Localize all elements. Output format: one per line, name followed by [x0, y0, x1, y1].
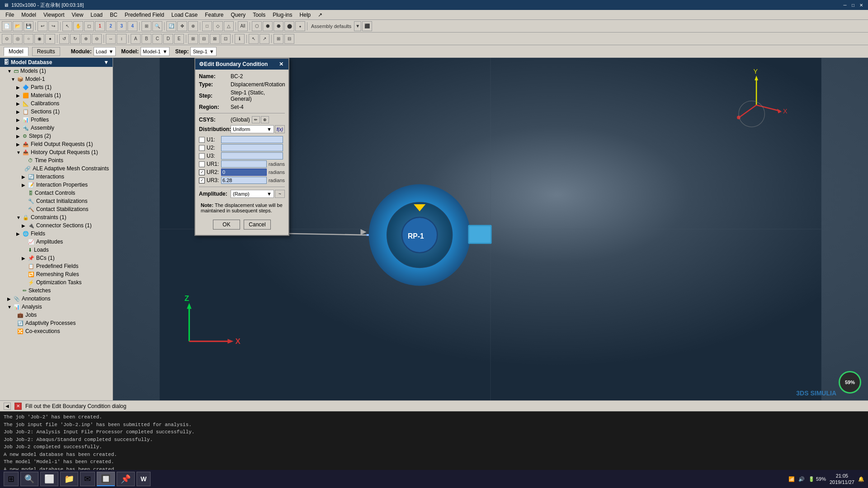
tb-select1[interactable]: ↖ — [62, 21, 72, 31]
tree-history-output[interactable]: ▼📥History Output Requests (1) — [0, 148, 113, 156]
ur1-input[interactable] — [221, 160, 267, 168]
tb-pan[interactable]: ✥ — [177, 21, 187, 31]
tb-extra1[interactable]: ⬡ — [252, 21, 262, 31]
tb2-6[interactable]: ↺ — [59, 34, 69, 44]
amplitude-select[interactable]: (Ramp) ▼ — [231, 190, 274, 198]
u1-checkbox[interactable] — [199, 137, 205, 143]
taskbar-pin1[interactable]: 📌 — [117, 472, 135, 486]
menu-bc[interactable]: BC — [106, 11, 121, 19]
tab-model[interactable]: Model — [4, 47, 28, 56]
tb-view2[interactable]: ◇ — [213, 21, 223, 31]
tree-sketches[interactable]: ✏Sketches — [0, 286, 113, 295]
tb-undo[interactable]: ↩ — [38, 21, 47, 31]
module-select[interactable]: Load ▼ — [94, 47, 116, 56]
tb-4[interactable]: 4 — [127, 21, 137, 31]
taskbar-mail[interactable]: ✉ — [80, 472, 95, 486]
tb2-3[interactable]: ○ — [24, 34, 33, 44]
tb2-grid-disp[interactable]: ⊞ — [274, 34, 283, 44]
tree-loads[interactable]: ⬇Loads — [0, 246, 113, 254]
panel-options[interactable]: ▼ — [104, 59, 109, 66]
tb2-cursor2[interactable]: ↗ — [259, 34, 269, 44]
tb2-d[interactable]: D — [163, 34, 173, 44]
amplitude-edit-btn[interactable]: ~ — [275, 190, 285, 198]
tb-3[interactable]: 3 — [117, 21, 127, 31]
u1-input[interactable] — [221, 136, 283, 143]
tb2-info[interactable]: ℹ — [235, 34, 245, 44]
menu-predefined-field[interactable]: Predefined Field — [121, 11, 168, 19]
tb2-a[interactable]: A — [131, 34, 141, 44]
tree-models[interactable]: ▼🗃Models (1) — [0, 67, 113, 75]
menu-load-case[interactable]: Load Case — [168, 11, 201, 19]
ur2-input[interactable] — [221, 169, 267, 176]
close-btn[interactable]: ✕ — [858, 2, 864, 8]
menu-view[interactable]: View — [68, 11, 87, 19]
tree-jobs[interactable]: 💼Jobs — [0, 311, 113, 319]
tree-contact-stab[interactable]: 🔨Contact Stabilizations — [0, 205, 113, 213]
menu-feature[interactable]: Feature — [201, 11, 227, 19]
tb2-c[interactable]: C — [152, 34, 162, 44]
maximize-btn[interactable]: □ — [850, 2, 856, 8]
tree-remeshing[interactable]: 🔁Remeshing Rules — [0, 270, 113, 278]
tree-contact-controls[interactable]: 🎛Contact Controls — [0, 189, 113, 197]
tree-interaction-props[interactable]: ▶📝Interaction Properties — [0, 181, 113, 189]
tree-coex[interactable]: 🔀Co-executions — [0, 327, 113, 335]
tb2-grid2[interactable]: ⊟ — [199, 34, 209, 44]
window-controls[interactable]: ─ □ ✕ — [842, 2, 864, 8]
log-area[interactable]: The job 'Job-2' has been created. The jo… — [0, 411, 868, 470]
tb-redo[interactable]: ↪ — [48, 21, 58, 31]
menu-viewport[interactable]: Viewport — [40, 11, 68, 19]
menu-tools[interactable]: Tools — [249, 11, 269, 19]
taskbar-start[interactable]: ⊞ — [4, 472, 19, 486]
tb-zoomin[interactable]: 🔍 — [152, 21, 162, 31]
tb2-grid4[interactable]: ⊡ — [221, 34, 231, 44]
u2-input[interactable] — [221, 144, 283, 151]
dialog-close-btn[interactable]: ✕ — [278, 61, 285, 68]
ur2-checkbox[interactable] — [199, 169, 205, 175]
minimize-btn[interactable]: ─ — [842, 2, 848, 8]
tree-ale[interactable]: 🔗ALE Adaptive Mesh Constraints — [0, 164, 113, 173]
menu-query[interactable]: Query — [227, 11, 249, 19]
tb2-arrows[interactable]: ↕ — [117, 34, 127, 44]
taskbar-taskview[interactable]: ⬜ — [40, 472, 58, 486]
tree-field-output[interactable]: ▶📤Field Output Requests (1) — [0, 140, 113, 148]
tree-constraints[interactable]: ▼🔒Constraints (1) — [0, 213, 113, 221]
tb-view1[interactable]: □ — [202, 21, 212, 31]
u2-checkbox[interactable] — [199, 145, 205, 151]
taskbar-word[interactable]: W — [137, 472, 151, 486]
tree-optimization[interactable]: ⚡Optimization Tasks — [0, 278, 113, 286]
tree-model1[interactable]: ▼📦Model-1 — [0, 75, 113, 83]
tree-analysis[interactable]: ▼📊Analysis — [0, 303, 113, 311]
tb-1[interactable]: 1 — [95, 21, 105, 31]
ur1-checkbox[interactable] — [199, 161, 205, 167]
tb2-1[interactable]: ⊙ — [2, 34, 12, 44]
menu-model[interactable]: Model — [18, 11, 40, 19]
tb-view-opts[interactable]: ⬛ — [362, 21, 372, 31]
tb2-grid3[interactable]: ⊠ — [210, 34, 220, 44]
menu-load[interactable]: Load — [87, 11, 106, 19]
menu-help[interactable]: Help — [296, 11, 315, 19]
tb2-b[interactable]: B — [142, 34, 151, 44]
tb-rotate[interactable]: 🔄 — [166, 21, 176, 31]
cancel-button[interactable]: Cancel — [244, 220, 271, 230]
tree-interactions[interactable]: ▶🔄Interactions — [0, 173, 113, 181]
tree-profiles[interactable]: ▶📊Profiles — [0, 116, 113, 124]
taskbar-search[interactable]: 🔍 — [20, 472, 38, 486]
status-stop-btn[interactable]: ✕ — [14, 403, 22, 410]
tb-select2[interactable]: ✋ — [73, 21, 83, 31]
tree-materials[interactable]: ▶🟧Materials (1) — [0, 91, 113, 99]
tb-view3[interactable]: △ — [224, 21, 234, 31]
tb-extra5[interactable]: ⬥ — [295, 21, 305, 31]
tree-fields[interactable]: ▶🌐Fields — [0, 230, 113, 238]
tb2-e[interactable]: E — [174, 34, 184, 44]
step-select[interactable]: Step-1 ▼ — [190, 47, 216, 56]
tb-save[interactable]: 💾 — [24, 21, 33, 31]
tb2-cursor1[interactable]: ↖ — [249, 34, 259, 44]
tree-calibrations[interactable]: ▶📐Calibrations — [0, 99, 113, 108]
taskbar-explorer[interactable]: 📁 — [60, 472, 78, 486]
tb-open[interactable]: 📂 — [13, 21, 23, 31]
tree-connector-sections[interactable]: ▶🔌Connector Sections (1) — [0, 221, 113, 230]
tree-assembly[interactable]: ▶🔩Assembly — [0, 124, 113, 132]
tb2-2[interactable]: ◎ — [13, 34, 23, 44]
tb-extra4[interactable]: ⬤ — [284, 21, 294, 31]
tree-amplitudes[interactable]: 📈Amplitudes — [0, 238, 113, 246]
